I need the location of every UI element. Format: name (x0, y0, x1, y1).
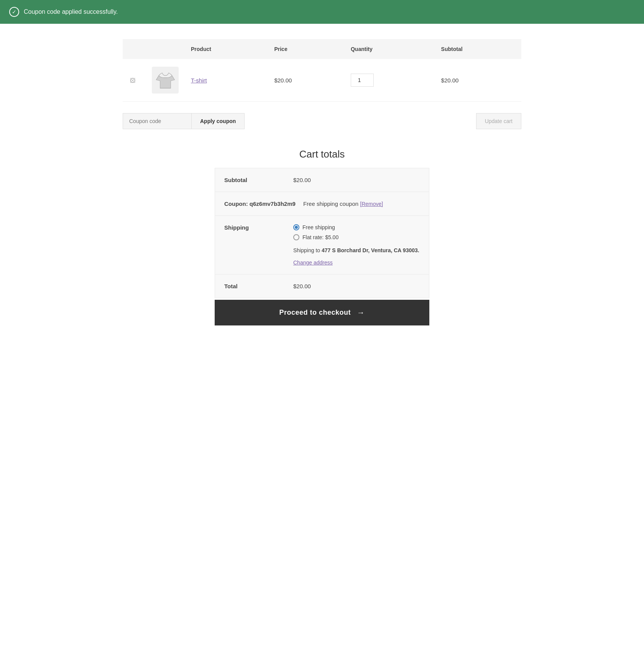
coupon-area: Apply coupon (123, 113, 245, 129)
shipping-to-text: Shipping to (293, 247, 320, 253)
cart-totals-title: Cart totals (299, 148, 345, 160)
product-image (152, 67, 179, 94)
apply-coupon-button[interactable]: Apply coupon (192, 113, 245, 129)
check-circle-icon (9, 7, 19, 17)
coupon-input[interactable] (123, 113, 192, 129)
coupon-row: Coupon: q6z6mv7b3h2m9 Free shipping coup… (215, 192, 429, 216)
subtotal-row: Subtotal $20.00 (215, 168, 429, 192)
cart-totals-box: Subtotal $20.00 Coupon: q6z6mv7b3h2m9 Fr… (215, 168, 429, 298)
remove-cell: ⦻ (123, 59, 146, 102)
shipping-option-free[interactable]: Free shipping (293, 224, 420, 230)
product-name-cell: T-shirt (185, 59, 268, 102)
main-container: Product Price Quantity Subtotal ⦻ (115, 24, 529, 341)
col-header-subtotal: Subtotal (435, 39, 521, 59)
price-cell: $20.00 (268, 59, 345, 102)
change-address-link[interactable]: Change address (293, 260, 333, 266)
total-row: Total $20.00 (215, 274, 429, 298)
checkout-label: Proceed to checkout (279, 309, 351, 317)
cart-totals-section: Cart totals Subtotal $20.00 Coupon: q6z6… (123, 148, 521, 325)
product-link[interactable]: T-shirt (191, 77, 207, 84)
coupon-value: Free shipping coupon [Remove] (303, 200, 420, 207)
subtotal-label: Subtotal (224, 177, 286, 183)
shipping-options: Free shipping Flat rate: $5.00 (293, 224, 420, 240)
radio-flat-rate[interactable] (293, 234, 299, 240)
flat-rate-label: Flat rate: $5.00 (302, 234, 338, 240)
total-label: Total (224, 283, 286, 289)
remove-coupon-link[interactable]: [Remove] (360, 201, 383, 207)
shipping-address-bold: 477 S Borchard Dr, Ventura, CA 93003. (322, 247, 419, 253)
shipping-address: Shipping to 477 S Borchard Dr, Ventura, … (293, 246, 420, 255)
radio-free-shipping[interactable] (293, 224, 299, 230)
checkout-arrow-icon: → (357, 308, 365, 317)
cart-actions: Apply coupon Update cart (123, 113, 521, 129)
free-shipping-label: Free shipping (302, 224, 335, 230)
total-value: $20.00 (293, 283, 420, 289)
coupon-description: Free shipping coupon (303, 200, 358, 207)
shipping-value: Free shipping Flat rate: $5.00 Shipping … (293, 224, 420, 266)
shipping-option-flat[interactable]: Flat rate: $5.00 (293, 234, 420, 240)
success-banner: Coupon code applied successfully. (0, 0, 644, 24)
proceed-to-checkout-button[interactable]: Proceed to checkout → (215, 300, 429, 325)
checkout-btn-wrapper: Proceed to checkout → (215, 300, 429, 325)
shipping-label: Shipping (224, 224, 286, 231)
product-subtotal: $20.00 (441, 77, 459, 84)
col-header-remove (123, 39, 146, 59)
subtotal-cell: $20.00 (435, 59, 521, 102)
col-header-price: Price (268, 39, 345, 59)
product-price: $20.00 (274, 77, 292, 84)
update-cart-button[interactable]: Update cart (476, 113, 521, 129)
tshirt-svg (155, 70, 176, 91)
col-header-product: Product (185, 39, 268, 59)
image-cell (146, 59, 185, 102)
col-header-quantity: Quantity (345, 39, 435, 59)
shipping-row: Shipping Free shipping Flat rate: $5.00 (215, 216, 429, 274)
success-message: Coupon code applied successfully. (24, 8, 118, 15)
cart-table: Product Price Quantity Subtotal ⦻ (123, 39, 521, 102)
remove-item-button[interactable]: ⦻ (129, 76, 137, 84)
col-header-image (146, 39, 185, 59)
quantity-input[interactable] (351, 74, 374, 87)
coupon-label: Coupon: q6z6mv7b3h2m9 (224, 200, 296, 207)
table-row: ⦻ T-shirt $20.00 (123, 59, 521, 102)
quantity-cell (345, 59, 435, 102)
subtotal-value: $20.00 (293, 177, 420, 183)
